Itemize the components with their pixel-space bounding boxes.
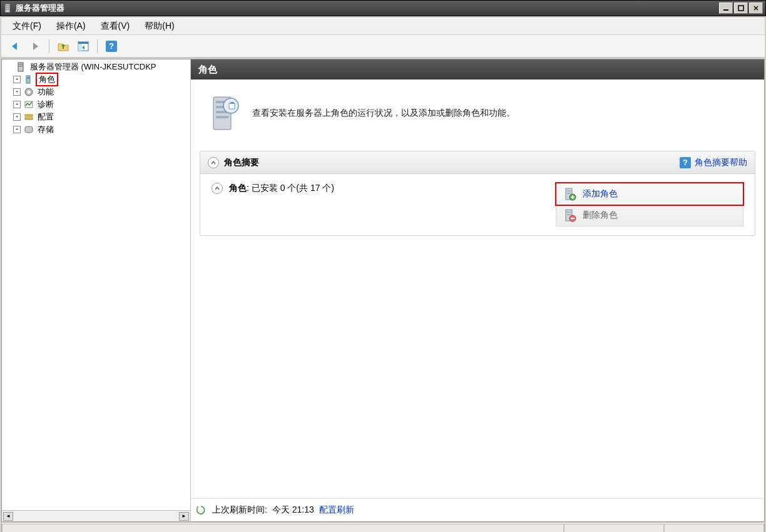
configure-refresh-link[interactable]: 配置刷新 — [319, 504, 354, 516]
tree-item-roles[interactable]: + 角色 — [2, 73, 190, 86]
title-bar: 服务器管理器 — [0, 0, 766, 16]
tree-horizontal-scrollbar[interactable]: ◄ ► — [2, 510, 190, 521]
refresh-icon — [195, 504, 207, 516]
refresh-status-line: 上次刷新时间: 今天 21:13 配置刷新 — [191, 498, 764, 521]
content-body: 查看安装在服务器上角色的运行状况，以及添加或删除角色和功能。 角色摘要 ? 角色… — [191, 79, 764, 498]
svg-rect-16 — [27, 78, 29, 79]
add-role-icon — [563, 187, 576, 201]
scroll-left-arrow[interactable]: ◄ — [3, 512, 13, 521]
section-title: 角色摘要 — [224, 157, 680, 168]
roles-icon — [23, 74, 34, 84]
close-button[interactable] — [749, 3, 763, 14]
features-icon — [23, 87, 34, 97]
svg-rect-31 — [567, 190, 571, 192]
content-header-title: 角色 — [198, 64, 217, 76]
status-cell — [564, 524, 664, 532]
svg-rect-3 — [6, 9, 9, 10]
tree-expander[interactable]: + — [13, 88, 21, 96]
back-button[interactable] — [6, 38, 24, 55]
svg-rect-35 — [571, 197, 574, 198]
scroll-right-arrow[interactable]: ► — [179, 512, 189, 521]
show-hide-tree-button[interactable] — [74, 38, 92, 55]
minimize-button[interactable] — [719, 3, 733, 14]
add-role-label: 添加角色 — [583, 188, 618, 200]
help-button[interactable]: ? — [103, 38, 120, 55]
collapse-icon[interactable] — [208, 157, 219, 168]
help-icon: ? — [106, 41, 117, 52]
remove-role-button[interactable]: 删除角色 — [556, 205, 743, 226]
roles-info: 角色 : 已安装 0 个(共 17 个) — [212, 183, 551, 194]
svg-rect-4 — [723, 9, 728, 11]
tree-root[interactable]: 服务器管理器 (WIN-JKESUTCDKP — [2, 61, 190, 73]
menu-bar: 文件(F) 操作(A) 查看(V) 帮助(H) — [1, 18, 765, 35]
content-header: 角色 — [191, 59, 764, 79]
tree-expander[interactable]: + — [13, 101, 21, 108]
forward-button[interactable] — [26, 38, 44, 55]
server-manager-icon — [16, 62, 27, 72]
add-role-button[interactable]: 添加角色 — [556, 183, 743, 205]
tree-expander[interactable]: + — [13, 76, 21, 83]
up-folder-button[interactable] — [54, 38, 72, 55]
workspace: 服务器管理器 (WIN-JKESUTCDKP + 角色 + 功能 + — [1, 59, 765, 522]
svg-rect-14 — [26, 76, 30, 83]
content-panel: 角色 查看安装在服务器上角色的运行状况，以及添加或删除角色和 — [191, 59, 764, 521]
intro-row: 查看安装在服务器上角色的运行状况，以及添加或删除角色和功能。 — [200, 88, 755, 148]
svg-rect-32 — [567, 193, 571, 194]
menu-action[interactable]: 操作(A) — [49, 18, 93, 34]
collapse-icon[interactable] — [212, 183, 223, 194]
tree-item-diagnostics[interactable]: + 诊断 — [2, 98, 190, 111]
server-manager-icon — [3, 3, 13, 13]
roles-actions: 添加角色 — [556, 183, 743, 227]
maximize-button[interactable] — [734, 3, 748, 14]
sub-row-roles: 角色 : 已安装 0 个(共 17 个) — [200, 174, 755, 235]
remove-role-icon — [563, 208, 576, 222]
tree-expander[interactable]: + — [13, 126, 21, 133]
status-cell — [2, 524, 564, 532]
tree-item-features[interactable]: + 功能 — [2, 86, 190, 98]
storage-icon — [23, 125, 34, 135]
svg-rect-38 — [567, 214, 571, 215]
svg-rect-27 — [216, 116, 228, 118]
last-refresh-label: 上次刷新时间: — [212, 504, 267, 516]
tree-expander[interactable]: + — [13, 113, 21, 121]
tree-expander-empty — [3, 63, 13, 71]
svg-rect-1 — [6, 5, 9, 6]
window-controls — [718, 3, 763, 14]
tree-panel: 服务器管理器 (WIN-JKESUTCDKP + 角色 + 功能 + — [2, 59, 191, 521]
help-icon: ? — [680, 157, 691, 168]
help-link[interactable]: ? 角色摘要帮助 — [680, 157, 747, 168]
section-header: 角色摘要 ? 角色摘要帮助 — [200, 151, 755, 174]
svg-rect-10 — [78, 44, 82, 51]
svg-rect-20 — [25, 115, 33, 116]
menu-file[interactable]: 文件(F) — [5, 18, 49, 34]
config-icon — [23, 112, 34, 122]
tree-item-storage-label: 存储 — [36, 124, 56, 135]
svg-rect-40 — [571, 218, 574, 219]
menu-help[interactable]: 帮助(H) — [137, 18, 181, 34]
server-large-icon — [207, 93, 241, 133]
svg-rect-37 — [567, 212, 571, 213]
last-refresh-value: 今天 21:13 — [272, 504, 314, 516]
svg-rect-5 — [738, 6, 743, 11]
window-title: 服务器管理器 — [16, 3, 718, 14]
tree-item-config-label: 配置 — [36, 111, 56, 123]
toolbar: ? — [1, 35, 765, 58]
section-roles-summary: 角色摘要 ? 角色摘要帮助 角色 : 已安装 0 个(共 17 个) — [200, 151, 755, 236]
tree-item-diagnostics-label: 诊断 — [36, 99, 56, 110]
svg-rect-29 — [230, 102, 234, 104]
roles-label: 角色 — [229, 183, 247, 194]
menu-view[interactable]: 查看(V) — [93, 18, 138, 34]
svg-rect-13 — [19, 66, 23, 67]
tree-item-roles-label: 角色 — [36, 73, 58, 86]
toolbar-separator — [49, 39, 49, 53]
status-bar — [1, 523, 765, 532]
svg-rect-9 — [78, 42, 88, 44]
status-cell — [664, 524, 764, 532]
svg-rect-21 — [25, 118, 33, 120]
toolbar-separator — [97, 39, 98, 53]
tree-item-storage[interactable]: + 存储 — [2, 123, 190, 136]
tree-content: 服务器管理器 (WIN-JKESUTCDKP + 角色 + 功能 + — [2, 59, 190, 510]
svg-rect-2 — [6, 7, 9, 8]
tree-item-config[interactable]: + 配置 — [2, 111, 190, 123]
svg-point-18 — [28, 91, 31, 94]
